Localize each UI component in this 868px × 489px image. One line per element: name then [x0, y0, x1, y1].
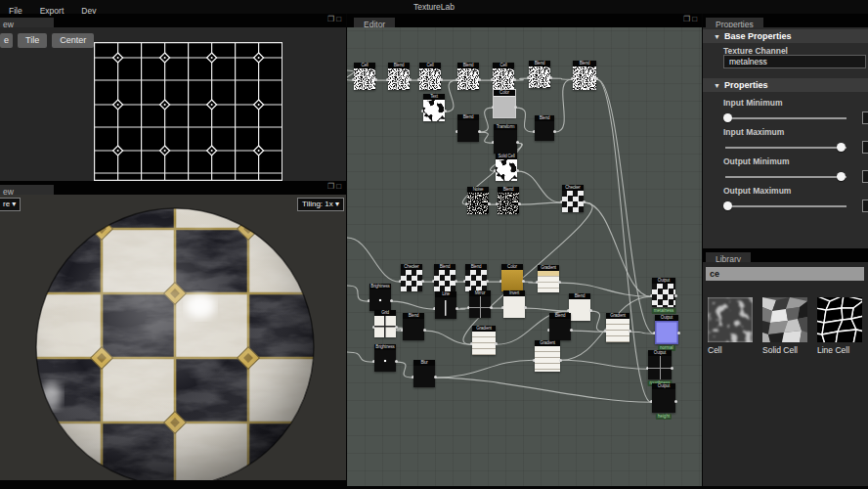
texture-channel-dropdown[interactable]: metalness [723, 55, 866, 68]
node-w4[interactable]: Grid [374, 310, 396, 337]
node-qr[interactable]: Text [423, 94, 445, 121]
node-n5[interactable]: Blend [529, 61, 550, 88]
node-preview [354, 68, 375, 90]
maximize-icon[interactable]: □ [336, 182, 343, 191]
model-shape-dropdown[interactable]: re ▾ [0, 198, 21, 211]
library-item-line-cell[interactable]: Line Cell [817, 297, 862, 355]
node-dc[interactable]: Mirror [469, 290, 491, 318]
node-wl1[interactable]: Gradient [538, 265, 559, 292]
node-o4[interactable]: Outputheight [652, 383, 675, 413]
view-2d[interactable]: eTileCenter [0, 27, 346, 181]
slider-handle[interactable] [723, 201, 732, 210]
node-ck3[interactable]: Blend [465, 264, 487, 291]
slider-track[interactable] [725, 205, 846, 207]
menu-export[interactable]: Export [31, 4, 73, 18]
node-n4[interactable]: Cell [493, 63, 514, 90]
solid-cell-thumbnail [762, 297, 807, 342]
node-wt2[interactable]: Blend [569, 293, 590, 321]
node-vor[interactable]: Solid Cell [496, 154, 517, 181]
slider-handle[interactable] [837, 143, 846, 152]
properties-panel: ▼Base Properties Texture Channel metalne… [702, 27, 868, 248]
node-wl3[interactable]: Gradient [606, 313, 629, 342]
slider-output-minimum: Output Minimum1 [723, 156, 868, 182]
maximize-icon[interactable]: □ [692, 15, 699, 23]
node-n6[interactable]: Blend [573, 61, 596, 90]
slider-track[interactable] [725, 176, 846, 178]
node-ck1[interactable]: Checker [401, 264, 422, 291]
node-blur[interactable]: Blur [413, 360, 435, 387]
slider-value-box[interactable]: 0 [862, 200, 868, 212]
panel-3d-tabstrip: ew ❐□ [0, 181, 346, 195]
node-preview [538, 271, 559, 292]
node-n0[interactable]: Cell [354, 63, 375, 90]
node-preview [403, 319, 424, 340]
slider-value-box[interactable]: 1 [862, 170, 868, 183]
node-preview [573, 67, 596, 90]
node-o3[interactable]: Outputroughness [648, 350, 672, 379]
node-preview [388, 68, 410, 90]
slider-value-box[interactable]: 0 [862, 111, 868, 124]
slider-track[interactable] [725, 147, 846, 149]
slider-track[interactable] [725, 117, 846, 119]
node-gray[interactable]: Color [494, 90, 515, 117]
splitter-right[interactable] [702, 14, 703, 489]
view-2d-toolbar: eTileCenter [0, 29, 99, 44]
slider-value-box[interactable]: 1 [862, 141, 868, 154]
node-graph-canvas[interactable]: CellBlendCellBlendCellBlendBlendTextColo… [347, 27, 702, 489]
popout-icon[interactable]: ❐ [327, 182, 336, 191]
node-preview [435, 297, 456, 319]
menu-file[interactable]: File [0, 4, 31, 18]
node-wt1[interactable]: Invert [503, 290, 525, 318]
splitter-left[interactable] [346, 14, 347, 489]
library-item-solid-cell[interactable]: Solid Cell [762, 297, 807, 355]
node-d3[interactable]: Blend [535, 115, 554, 141]
node-dd2[interactable]: Brightness [374, 344, 396, 372]
node-preview [401, 270, 422, 291]
section-properties[interactable]: ▼Properties [702, 78, 868, 92]
node-gold[interactable]: Color [501, 264, 523, 291]
node-n3[interactable]: Blend [457, 63, 479, 90]
tiling-dropdown[interactable]: Tiling: 1x ▾ [297, 198, 344, 211]
button-e[interactable]: e [0, 33, 13, 48]
node-db2[interactable]: Blend [549, 313, 571, 340]
output-channel-badge: height [656, 414, 672, 420]
library-search-input[interactable] [706, 267, 864, 281]
node-n1[interactable]: Blend [388, 63, 410, 90]
node-wn1[interactable]: Noise [467, 187, 489, 214]
node-preview [469, 296, 491, 318]
popout-icon[interactable]: ❐ [327, 15, 336, 23]
node-preview [494, 130, 517, 154]
node-ck2[interactable]: Blend [434, 264, 456, 291]
node-d2[interactable]: Transform [494, 124, 517, 154]
button-center[interactable]: Center [52, 33, 94, 48]
collapse-arrow-icon: ▼ [714, 33, 720, 40]
library-item-cell[interactable]: Cell [708, 297, 753, 355]
node-n2[interactable]: Cell [419, 63, 441, 90]
popout-icon[interactable]: ❐ [683, 15, 692, 23]
section-base-properties[interactable]: ▼Base Properties [702, 29, 868, 43]
node-wn2[interactable]: Blend [498, 187, 519, 214]
node-d1[interactable]: Blend [457, 114, 479, 142]
node-chk[interactable]: Checker [562, 185, 584, 212]
node-wl2[interactable]: Gradient [472, 326, 496, 355]
app-window: FileExportDev TextureLab ew ❐□ eTileCent… [0, 0, 868, 489]
maximize-icon[interactable]: □ [336, 15, 343, 23]
node-preview [374, 316, 396, 337]
node-preview [535, 121, 554, 141]
node-o1[interactable]: Outputmetalness [652, 278, 675, 307]
node-preview [413, 366, 435, 387]
slider-input-minimum: Input Minimum0 [723, 98, 868, 123]
node-preview [457, 120, 479, 142]
node-o2[interactable]: Outputnormal [655, 315, 678, 344]
slider-handle[interactable] [837, 172, 846, 181]
node-dd1[interactable]: Brightness [369, 284, 391, 311]
view-3d-viewport[interactable]: re ▾ Tiling: 1x ▾ [0, 195, 346, 489]
node-wbig[interactable]: Gradient [535, 340, 560, 372]
button-tile[interactable]: Tile [18, 33, 47, 48]
editor-tabstrip: Editor ❐□ [347, 14, 702, 27]
menu-dev[interactable]: Dev [72, 4, 105, 18]
node-db1[interactable]: Blend [403, 313, 424, 340]
node-preview [652, 389, 675, 413]
node-dv[interactable]: Line [435, 291, 456, 319]
slider-handle[interactable] [723, 113, 732, 122]
